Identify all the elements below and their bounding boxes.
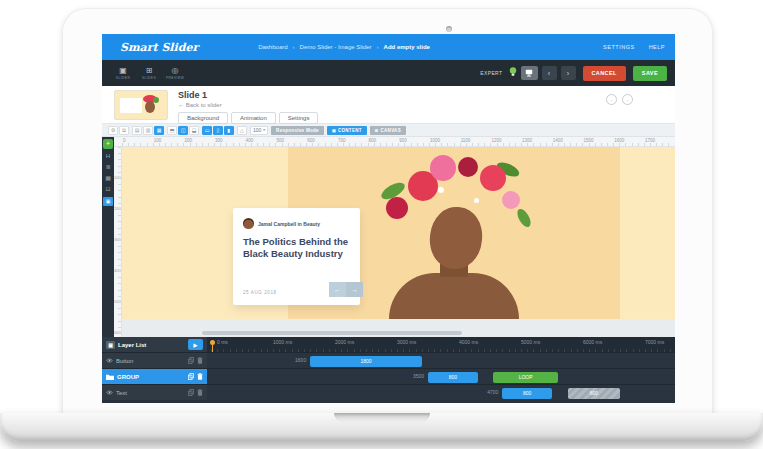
timeline-bar[interactable]: 1800 xyxy=(310,356,422,367)
tab-animation[interactable]: Animation xyxy=(231,112,276,124)
text-layer-button[interactable]: ≣ xyxy=(105,164,110,171)
align-left-icon[interactable]: ▤ xyxy=(132,126,142,135)
playhead-marker[interactable] xyxy=(210,340,215,345)
canvas-tab-button[interactable]: ⊞ CANVAS xyxy=(370,126,406,135)
slide-canvas[interactable]: Jamal Campbell in Beauty The Politics Be… xyxy=(122,147,675,319)
v-ruler-tick: 500 xyxy=(114,299,121,304)
app-screen: Smart Slider Dashboard › Demo Slider - I… xyxy=(102,34,675,403)
flower xyxy=(502,191,520,209)
laptop-mockup: Smart Slider Dashboard › Demo Slider - I… xyxy=(0,0,763,449)
layer-delete-button[interactable] xyxy=(197,389,203,396)
slides-button[interactable]: ⊞ SLIDES xyxy=(136,61,162,85)
h-ruler-tick: 1300 xyxy=(522,138,532,143)
responsive-mode-button[interactable]: Responsive Mode xyxy=(271,126,324,135)
layer-delay-value: 3500 xyxy=(386,373,424,379)
tab-background[interactable]: Background xyxy=(178,112,228,124)
add-layer-button[interactable]: + xyxy=(103,139,113,149)
duplicate-icon xyxy=(188,389,194,396)
layer-duplicate-button[interactable] xyxy=(188,389,194,396)
align-right-icon[interactable]: ▦ xyxy=(154,126,164,135)
help-link[interactable]: HELP xyxy=(649,44,665,50)
slider-icon: ▣ xyxy=(119,66,127,75)
card-title[interactable]: The Politics Behind the Black Beauty Ind… xyxy=(243,236,350,261)
card-date[interactable]: 25 AUG 2018 xyxy=(243,290,277,295)
prev-arrow-button[interactable]: ← xyxy=(329,282,346,297)
preview-button[interactable]: ◎ PREVIEW xyxy=(162,61,188,85)
h-ruler-tick: 300 xyxy=(215,138,223,143)
author-label[interactable]: Jamal Campbell in Beauty xyxy=(258,221,320,227)
zoom-value: 100 xyxy=(253,127,261,133)
tab-settings[interactable]: Settings xyxy=(279,112,319,124)
folder-icon xyxy=(106,374,114,380)
timeline-layer-row-group[interactable]: GROUP3500800LOOP xyxy=(102,368,675,384)
timeline-bar[interactable]: 800 xyxy=(568,388,621,399)
h-ruler-tick: 600 xyxy=(307,138,315,143)
link-icon[interactable]: ⧉ xyxy=(119,126,129,135)
layer-lane: 16001800 xyxy=(207,353,675,368)
slide-action-button-2[interactable]: ◦ xyxy=(622,94,633,105)
h-ruler-tick: 400 xyxy=(246,138,254,143)
video-layer-button[interactable]: ⊡ xyxy=(105,186,110,193)
device-desktop-icon[interactable]: ▭ xyxy=(202,126,212,135)
author-avatar xyxy=(243,218,254,229)
breadcrumb-slider[interactable]: Demo Slider - Image Slider xyxy=(300,44,372,50)
breadcrumb-add-empty-slide[interactable]: Add empty slide xyxy=(384,44,430,50)
trash-icon xyxy=(197,389,203,396)
expert-toggle[interactable] xyxy=(509,64,517,82)
slide-action-button-1[interactable]: ◦ xyxy=(606,94,617,105)
timeline-layer-row-text[interactable]: Text4700800800 xyxy=(102,384,675,400)
slides-icon: ⊞ xyxy=(146,66,153,75)
layer-delete-button[interactable] xyxy=(197,357,203,364)
guides-toggle-icon[interactable]: △ xyxy=(237,126,247,135)
redo-button[interactable]: › xyxy=(561,66,576,80)
device-mobile-icon[interactable]: ▮ xyxy=(224,126,234,135)
save-button[interactable]: SAVE xyxy=(633,66,667,81)
settings-link[interactable]: SETTINGS xyxy=(603,44,635,50)
slide-thumbnail[interactable] xyxy=(114,90,168,120)
timeline-bar[interactable]: LOOP xyxy=(493,372,558,383)
layer-list-header: ▣ Layer List ▶ xyxy=(102,337,207,352)
content-card-layer[interactable]: Jamal Campbell in Beauty The Politics Be… xyxy=(233,208,360,305)
button-layer-button[interactable]: ▣ xyxy=(103,197,113,206)
device-tablet-icon[interactable]: ▯ xyxy=(213,126,223,135)
slider-button[interactable]: ▣ SLIDER xyxy=(110,61,136,85)
play-button[interactable]: ▶ xyxy=(188,339,203,350)
laptop-notch xyxy=(334,413,430,422)
back-to-slider-link[interactable]: ← Back to slider xyxy=(178,102,318,108)
duplicate-icon xyxy=(188,357,194,364)
laptop-camera xyxy=(446,26,452,32)
next-arrow-button[interactable]: → xyxy=(346,282,363,297)
layer-duplicate-button[interactable] xyxy=(188,373,194,380)
layer-delete-button[interactable] xyxy=(197,373,203,380)
undo-button[interactable]: ‹ xyxy=(542,66,557,80)
align-bottom-icon[interactable]: ⬓ xyxy=(189,126,199,135)
breadcrumb-dashboard[interactable]: Dashboard xyxy=(258,44,287,50)
align-middle-icon[interactable]: ◫ xyxy=(178,126,188,135)
align-center-icon[interactable]: ▥ xyxy=(143,126,153,135)
duplicate-icon xyxy=(188,373,194,380)
smart-slider-logo[interactable]: Smart Slider xyxy=(120,41,198,54)
horizontal-ruler: 0100200300400500600700800900100011001200… xyxy=(114,137,675,147)
device-preview-button[interactable] xyxy=(521,66,538,80)
layer-name: Button xyxy=(116,358,133,364)
h-ruler-tick: 1500 xyxy=(584,138,594,143)
image-layer-button[interactable]: ▦ xyxy=(105,175,111,182)
content-tab-button[interactable]: ▣ CONTENT xyxy=(327,126,367,135)
cancel-button[interactable]: CANCEL xyxy=(583,66,626,81)
chevron-down-icon: ▾ xyxy=(263,128,265,132)
timeline-bar[interactable]: 800 xyxy=(428,372,478,383)
zoom-control[interactable]: 100 ▾ xyxy=(250,126,268,135)
align-top-icon[interactable]: ⬒ xyxy=(167,126,177,135)
heading-layer-button[interactable]: H xyxy=(106,153,110,160)
canvas-horizontal-scrollbar[interactable] xyxy=(202,331,462,335)
timeline-ms-label: 4000 ms xyxy=(459,339,478,345)
v-ruler-tick: 100 xyxy=(114,175,121,180)
timeline-bar[interactable]: 800 xyxy=(502,388,552,399)
layer-type-toolbar: + H ≣ ▦ ⊡ ▣ xyxy=(102,137,114,337)
gear-icon[interactable]: ⚙ xyxy=(108,126,118,135)
monitor-icon xyxy=(525,69,533,77)
layer-duplicate-button[interactable] xyxy=(188,357,194,364)
timeline-layer-row-button[interactable]: Button16001800 xyxy=(102,352,675,368)
flower xyxy=(430,155,456,181)
timeline-ms-label: 2000 ms xyxy=(335,339,354,345)
